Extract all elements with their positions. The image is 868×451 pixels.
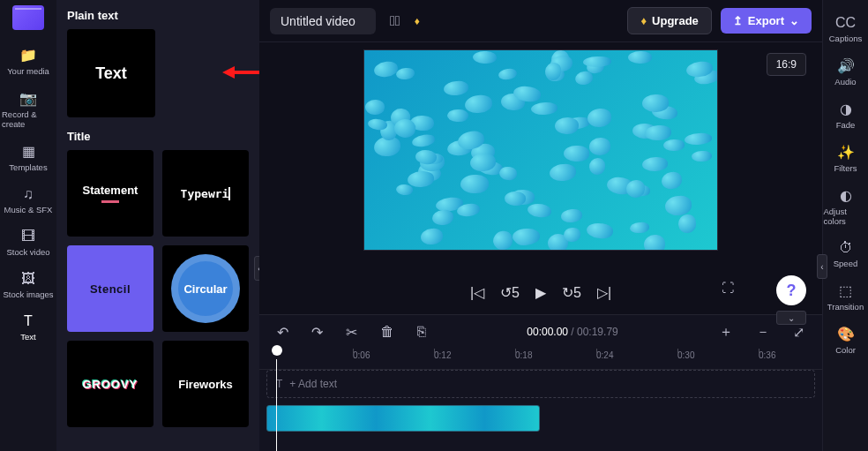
tracks: T+ Add text [259, 370, 822, 432]
thumb-label: Circular [183, 282, 227, 296]
right-item-adjust-colors[interactable]: ◐Adjust colors [824, 181, 868, 232]
sidebar-label: Music & SFX [4, 205, 53, 214]
play-button[interactable]: ▶ [535, 284, 546, 301]
rail-label: Adjust colors [824, 207, 868, 226]
ruler-tick: 0:18 [515, 350, 532, 360]
video-preview[interactable]: document.write(Array.from({length:80},(_… [363, 49, 718, 251]
rail-label: Color [835, 345, 856, 355]
plain-text-label: Text [95, 64, 127, 83]
right-panel-toggle[interactable]: ‹ [817, 254, 827, 279]
ruler-tick: 0:12 [434, 350, 451, 360]
rail-label: Speed [834, 259, 857, 268]
total-time: 00:19.79 [577, 326, 618, 338]
sidebar-item-your-media[interactable]: 📁Your media [2, 41, 55, 82]
ruler-tick: 0:24 [596, 350, 613, 360]
ruler-tick: 0:30 [677, 350, 694, 360]
audio-icon: 🔊 [837, 57, 855, 74]
app-logo [12, 5, 44, 30]
transition-icon: ⬚ [839, 282, 852, 299]
sidebar-label: Stock video [6, 247, 49, 257]
right-item-color[interactable]: 🎨Color [824, 319, 868, 361]
title-heading: Title [67, 130, 249, 143]
aspect-ratio-button[interactable]: 16:9 [767, 53, 806, 76]
sidebar-item-templates[interactable]: ▦Templates [2, 137, 55, 178]
speed-icon: ⏱ [839, 240, 853, 256]
rail-label: Filters [834, 163, 857, 173]
video-title-input[interactable] [270, 8, 376, 34]
video-track [266, 405, 815, 432]
plain-text-heading: Plain text [67, 9, 249, 22]
help-button[interactable]: ? [776, 275, 806, 305]
camera-icon: 📷 [19, 90, 37, 107]
upgrade-button[interactable]: ♦Upgrade [627, 7, 711, 34]
color-icon: 🎨 [837, 326, 855, 342]
sidebar-item-stock-images[interactable]: 🖼Stock images [2, 265, 55, 305]
redo-button[interactable]: ↷ [306, 320, 328, 344]
timeline-ruler[interactable]: 0:06 0:12 0:18 0:24 0:30 0:36 [259, 349, 822, 370]
ruler-tick: 0:36 [759, 350, 775, 360]
export-button[interactable]: ↥Export⌄ [721, 8, 812, 34]
adjust-colors-icon: ◐ [840, 187, 852, 204]
forward-5s-button[interactable]: ↻5 [562, 284, 581, 301]
timeline: ↶ ↷ ✂ 🗑 ⎘ 00:00.00 / 00:19.79 ＋ － ⤢ 0:06… [259, 314, 822, 451]
sidebar-item-music-sfx[interactable]: ♫Music & SFX [2, 180, 55, 221]
fade-icon: ◑ [840, 101, 852, 117]
zoom-in-button[interactable]: ＋ [714, 319, 738, 345]
rewind-5s-button[interactable]: ↺5 [500, 284, 520, 301]
add-text-track[interactable]: T+ Add text [266, 370, 815, 398]
plain-text-thumb[interactable]: Text [67, 29, 155, 117]
undo-button[interactable]: ↶ [272, 320, 294, 344]
right-item-captions[interactable]: CCCaptions [824, 9, 868, 49]
sidebar-label: Your media [7, 66, 49, 76]
right-item-filters[interactable]: ✨Filters [824, 138, 868, 179]
split-button[interactable]: ✂ [340, 320, 363, 344]
upgrade-label: Upgrade [652, 14, 699, 27]
export-label: Export [748, 14, 784, 27]
playhead[interactable] [272, 349, 282, 451]
title-thumb-fireworks[interactable]: Fireworks [162, 341, 249, 427]
right-item-fade[interactable]: ◑Fade [824, 94, 868, 136]
sidebar-label: Text [20, 332, 35, 342]
video-clip[interactable] [266, 405, 540, 432]
title-thumb-typewriter[interactable]: Typewri [162, 150, 249, 237]
diamond-icon: ♦ [640, 14, 647, 27]
rail-label: Transition [827, 302, 864, 312]
rail-label: Captions [829, 34, 863, 43]
right-item-transition[interactable]: ⬚Transition [824, 276, 868, 318]
svg-marker-1 [222, 66, 235, 79]
folder-icon: 📁 [19, 47, 37, 64]
thumb-label: GROOVY [82, 378, 138, 391]
title-thumb-circular[interactable]: Circular [162, 245, 249, 332]
sidebar-item-stock-video[interactable]: 🎞Stock video [2, 222, 55, 263]
fullscreen-button[interactable]: ⛶ [722, 281, 734, 295]
rail-label: Audio [834, 77, 856, 86]
right-item-speed[interactable]: ⏱Speed [824, 234, 868, 274]
zoom-out-button[interactable]: － [751, 319, 775, 345]
duplicate-button[interactable]: ⎘ [412, 320, 431, 343]
thumb-label: Fireworks [178, 378, 232, 391]
red-arrow-annotation [222, 62, 259, 86]
delete-button[interactable]: 🗑 [375, 320, 400, 343]
music-icon: ♫ [23, 186, 34, 202]
skip-start-button[interactable]: |◁ [470, 284, 484, 301]
sidebar-item-record-create[interactable]: 📷Record & create [2, 84, 55, 135]
title-thumb-statement[interactable]: Statement [67, 150, 153, 237]
sidebar-item-text[interactable]: TText [2, 307, 55, 348]
ruler-tick: 0:06 [353, 350, 370, 360]
right-item-audio[interactable]: 🔊Audio [824, 51, 868, 93]
title-thumb-stencil[interactable]: Stencil [67, 245, 153, 332]
timeline-toolbar: ↶ ↷ ✂ 🗑 ⎘ 00:00.00 / 00:19.79 ＋ － ⤢ [259, 315, 822, 349]
image-icon: 🖼 [21, 271, 35, 287]
timecode: 00:00.00 / 00:19.79 [527, 326, 617, 338]
sidebar-label: Stock images [3, 289, 53, 299]
top-bar: 👁̸ ♦ ♦Upgrade ↥Export⌄ [259, 0, 822, 42]
skip-end-button[interactable]: ▷| [597, 284, 611, 301]
thumb-label: Stencil [90, 282, 131, 296]
sidebar-label: Record & create [2, 109, 55, 129]
diamond-icon: ♦ [415, 15, 420, 27]
visibility-toggle-icon[interactable]: 👁̸ [385, 10, 406, 33]
rail-label: Fade [836, 120, 856, 130]
title-thumb-groovy[interactable]: GROOVY [67, 341, 153, 427]
stage-expand-toggle[interactable]: ⌄ [776, 311, 806, 325]
captions-icon: CC [835, 15, 856, 31]
